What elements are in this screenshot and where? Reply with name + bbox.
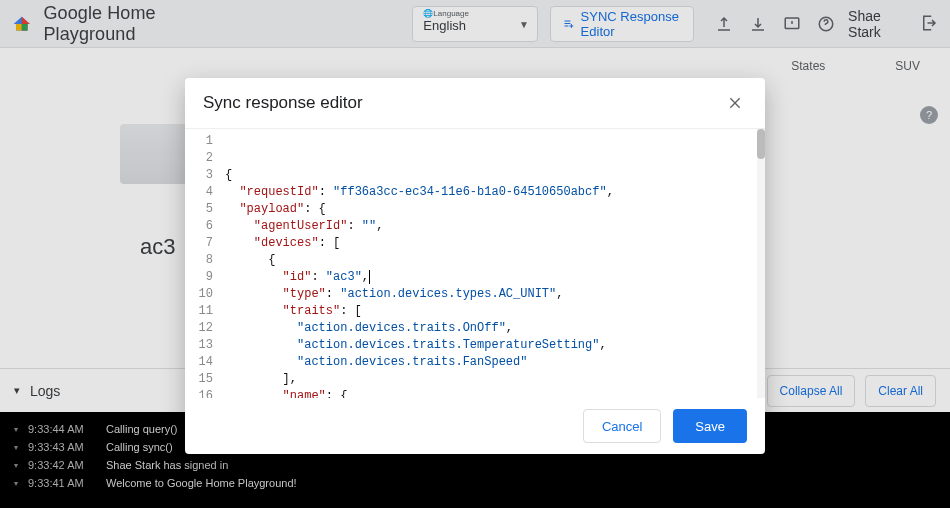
sync-button-label: SYNC Response Editor bbox=[581, 9, 681, 39]
header-icons bbox=[714, 14, 836, 34]
chevron-down-icon[interactable]: ▾ bbox=[14, 384, 20, 397]
log-time: 9:33:41 AM bbox=[28, 477, 96, 489]
tab-suv[interactable]: SUV bbox=[895, 59, 920, 73]
feedback-icon[interactable] bbox=[782, 14, 802, 34]
scrollbar[interactable] bbox=[757, 129, 765, 398]
language-label: 🌐Language bbox=[423, 9, 526, 18]
svg-rect-0 bbox=[564, 20, 570, 21]
svg-rect-2 bbox=[564, 25, 568, 26]
language-value: English bbox=[423, 18, 526, 33]
log-time: 9:33:43 AM bbox=[28, 441, 96, 453]
app-title: Google Home Playground bbox=[43, 3, 200, 45]
chevron-down-icon: ▾ bbox=[14, 461, 18, 470]
code-editor[interactable]: 12345678910111213141516 { "requestId": "… bbox=[185, 128, 765, 398]
code-area[interactable]: { "requestId": "ff36a3cc-ec34-11e6-b1a0-… bbox=[219, 129, 765, 398]
chevron-down-icon: ▾ bbox=[14, 425, 18, 434]
clear-all-button[interactable]: Clear All bbox=[865, 375, 936, 407]
svg-rect-4 bbox=[569, 25, 573, 26]
log-message: Welcome to Google Home Playground! bbox=[106, 477, 297, 489]
sync-response-editor-modal: Sync response editor 1234567891011121314… bbox=[185, 78, 765, 454]
upload-icon[interactable] bbox=[714, 14, 734, 34]
logs-label: Logs bbox=[30, 383, 60, 399]
log-message: Shae Stark has signed in bbox=[106, 459, 228, 471]
log-line[interactable]: ▾ 9:33:41 AM Welcome to Google Home Play… bbox=[14, 474, 936, 492]
log-line[interactable]: ▾ 9:33:42 AM Shae Stark has signed in bbox=[14, 456, 936, 474]
cancel-button[interactable]: Cancel bbox=[583, 409, 661, 443]
language-selector[interactable]: 🌐Language English ▼ bbox=[412, 6, 537, 42]
chevron-down-icon: ▾ bbox=[14, 443, 18, 452]
modal-title: Sync response editor bbox=[203, 93, 363, 113]
chevron-down-icon: ▾ bbox=[14, 479, 18, 488]
tab-states[interactable]: States bbox=[791, 59, 825, 73]
device-id-label: ac3 bbox=[140, 234, 175, 260]
username-label: Shae Stark bbox=[848, 8, 900, 40]
log-message: Calling query() bbox=[106, 423, 178, 435]
sync-response-editor-button[interactable]: SYNC Response Editor bbox=[550, 6, 694, 42]
close-icon[interactable] bbox=[723, 91, 747, 115]
save-button[interactable]: Save bbox=[673, 409, 747, 443]
download-icon[interactable] bbox=[748, 14, 768, 34]
log-time: 9:33:42 AM bbox=[28, 459, 96, 471]
google-home-logo bbox=[12, 11, 31, 37]
svg-rect-1 bbox=[564, 23, 570, 24]
log-time: 9:33:44 AM bbox=[28, 423, 96, 435]
log-message: Calling sync() bbox=[106, 441, 173, 453]
collapse-all-button[interactable]: Collapse All bbox=[767, 375, 856, 407]
header: Google Home Playground 🌐Language English… bbox=[0, 0, 950, 48]
signout-icon[interactable] bbox=[920, 14, 938, 34]
help-icon[interactable] bbox=[816, 14, 836, 34]
scrollbar-thumb[interactable] bbox=[757, 129, 765, 159]
chevron-down-icon: ▼ bbox=[519, 18, 529, 29]
line-number-gutter: 12345678910111213141516 bbox=[185, 129, 219, 398]
playlist-icon bbox=[563, 16, 575, 32]
help-badge-icon[interactable]: ? bbox=[920, 106, 938, 124]
